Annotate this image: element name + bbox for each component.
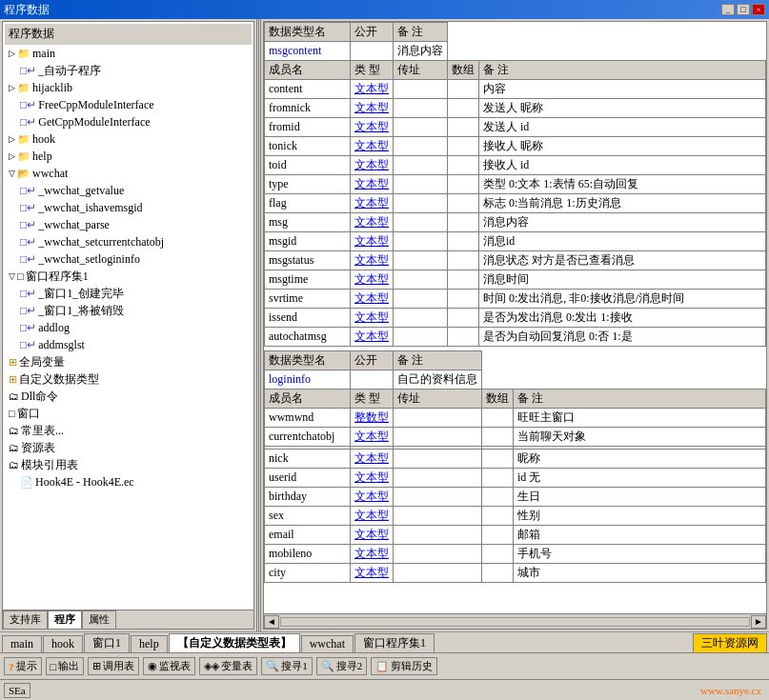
dll-icon: 🗂 [9, 388, 19, 405]
tree-item-common[interactable]: 🗂 常里表... [5, 422, 252, 439]
search1-label: 搜寻1 [281, 659, 308, 673]
tab-program[interactable]: 程序 [48, 610, 82, 629]
member-name: city [265, 564, 351, 583]
tab-window1[interactable]: 窗口1 [84, 633, 130, 652]
member-name: msg [265, 213, 351, 232]
member-name: svrtime [265, 290, 351, 309]
tree-item-customtypes[interactable]: ⊞ 自定义数据类型 [5, 370, 252, 388]
tree-item-window1-created[interactable]: □↵ _窗口1_创建完毕 [5, 285, 252, 302]
tree-item-wwchat-parse[interactable]: □↵ _wwchat_parse [5, 216, 252, 233]
search1-icon: 🔍 [266, 660, 279, 672]
member-name: msgid [265, 232, 351, 251]
member-name: mobileno [265, 545, 351, 564]
member-transfer [394, 507, 482, 526]
common-icon: 🗂 [9, 422, 19, 439]
member-note: 性别 [514, 507, 766, 526]
member-array [482, 488, 514, 507]
tree-item-freecpp[interactable]: □↵ FreeCppModuleInterface [5, 96, 252, 113]
member-type: 文本型 [351, 251, 394, 270]
tree-item-hook4e[interactable]: 📄 Hook4E - Hook4E.ec [5, 473, 252, 490]
tab-support[interactable]: 支持库 [3, 610, 48, 629]
member-note: 城市 [514, 564, 766, 583]
tree-item-moduleref[interactable]: 🗂 模块引用表 [5, 456, 252, 473]
tree-item-hook[interactable]: ▷ 📁 hook [5, 130, 252, 148]
hint-button[interactable]: ? 提示 [4, 657, 42, 675]
tree-item-dllcmd[interactable]: 🗂 Dll命令 [5, 388, 252, 405]
tree-label-resources: 资源表 [21, 439, 55, 456]
tree-label-freecpp: FreeCppModuleInterface [38, 96, 153, 113]
watch-button[interactable]: ◉ 监视表 [143, 657, 195, 675]
table1-typerow: msgcontent 消息内容 [265, 42, 766, 61]
minimize-button[interactable]: _ [721, 4, 735, 15]
callstack-label: 调用表 [103, 659, 134, 673]
member-note: 当前聊天对象 [514, 428, 766, 447]
table-row: mobileno 文本型 手机号 [265, 545, 766, 564]
member-array [482, 450, 514, 469]
item-icon5: □↵ [20, 199, 36, 216]
tab-sanye[interactable]: 三叶资源网 [693, 633, 767, 652]
member-note: 手机号 [514, 545, 766, 564]
search1-button[interactable]: 🔍 搜寻1 [261, 657, 313, 675]
folder-icon6: 📁 [17, 130, 30, 148]
status-sea[interactable]: SEa [4, 683, 30, 698]
h-scroll-track[interactable] [280, 617, 750, 627]
tree-label-addlog: addlog [38, 319, 70, 336]
member-type: 文本型 [351, 270, 394, 290]
scroll-right-btn[interactable]: ► [751, 615, 766, 629]
tree-item-autosubproc[interactable]: □↵ _自动子程序 [5, 62, 252, 79]
callstack-button[interactable]: ⊞ 调用表 [88, 657, 139, 675]
tree-item-globalvar[interactable]: ⊞ 全局变量 [5, 353, 252, 370]
tree-item-windowproc[interactable]: ▽ □ 窗口程序集1 [5, 268, 252, 285]
folder-icon5: ▷ [9, 130, 15, 148]
member-type: 文本型 [351, 175, 394, 194]
folder-icon11: ▽ [9, 268, 15, 285]
tree-item-resources[interactable]: 🗂 资源表 [5, 439, 252, 456]
variable-button[interactable]: ◈◈ 变量表 [199, 657, 257, 675]
item-icon11: □↵ [20, 319, 36, 336]
folder-icon3: ▷ [9, 79, 15, 96]
tree-item-window[interactable]: □ 窗口 [5, 405, 252, 422]
tree-item-window1-destroy[interactable]: □↵ _窗口1_将被销毁 [5, 302, 252, 319]
col-type: 类 型 [351, 61, 394, 80]
clipboard-button[interactable]: 📋 剪辑历史 [371, 657, 437, 675]
tab-properties[interactable]: 属性 [82, 610, 116, 629]
scroll-left-btn[interactable]: ◄ [264, 615, 279, 629]
tree-label-windowproc: 窗口程序集1 [26, 268, 89, 285]
output-button[interactable]: □ 输出 [46, 657, 85, 675]
maximize-button[interactable]: □ [737, 4, 750, 15]
member-type: 文本型 [351, 80, 394, 99]
tree-item-addmsglst[interactable]: □↵ addmsglst [5, 336, 252, 353]
member-array [448, 232, 479, 251]
tree-item-main[interactable]: ▷ 📁 main [5, 45, 252, 62]
output-icon: □ [51, 661, 57, 672]
tree-item-wwchat[interactable]: ▽ 📂 wwchat [5, 165, 252, 182]
tree-item-wwchat-ishavemsgid[interactable]: □↵ _wwchat_ishavemsgid [5, 199, 252, 216]
website-label: www.sanye.cx [700, 685, 761, 696]
table-row: city 文本型 城市 [265, 564, 766, 583]
member-type: 文本型 [351, 450, 394, 469]
folder-icon4: 📁 [17, 79, 30, 96]
tab-wwchat[interactable]: wwchat [301, 635, 354, 652]
tab-help[interactable]: help [131, 635, 168, 652]
table-msgcontent: 数据类型名 公开 备 注 msgcontent 消息内容 成员名 类 型 [264, 22, 766, 347]
tab-hook[interactable]: hook [43, 635, 83, 652]
tree-item-hijacklib[interactable]: ▷ 📁 hijacklib [5, 79, 252, 96]
tree-label-wwchat-ishavemsgid: _wwchat_ishavemsgid [38, 199, 142, 216]
toolbar: ? 提示 □ 输出 ⊞ 调用表 ◉ 监视表 ◈◈ 变量表 🔍 搜寻1 [0, 652, 769, 679]
tree-item-wwchat-setlogininfo[interactable]: □↵ _wwchat_setlogininfo [5, 250, 252, 268]
tree-item-getcpp[interactable]: □↵ GetCppModuleInterface [5, 113, 252, 130]
member-name: sex [265, 507, 351, 526]
close-button[interactable]: × [752, 4, 765, 15]
split-handle[interactable] [256, 19, 261, 631]
tree-item-help[interactable]: ▷ 📁 help [5, 148, 252, 165]
member-type: 整数型 [351, 409, 394, 428]
member-transfer [394, 469, 482, 488]
col-public: 公开 [351, 23, 394, 42]
tree-item-wwchat-setcurrentchatobj[interactable]: □↵ _wwchat_setcurrentchatobj [5, 233, 252, 250]
search2-button[interactable]: 🔍 搜寻2 [316, 657, 368, 675]
tree-item-wwchat-getvalue[interactable]: □↵ _wwchat_getvalue [5, 182, 252, 199]
tree-item-addlog[interactable]: □↵ addlog [5, 319, 252, 336]
tab-customtypes[interactable]: 【自定义数据类型表】 [169, 633, 300, 652]
tab-main[interactable]: main [2, 635, 42, 652]
tab-windowproc1[interactable]: 窗口程序集1 [354, 633, 435, 652]
